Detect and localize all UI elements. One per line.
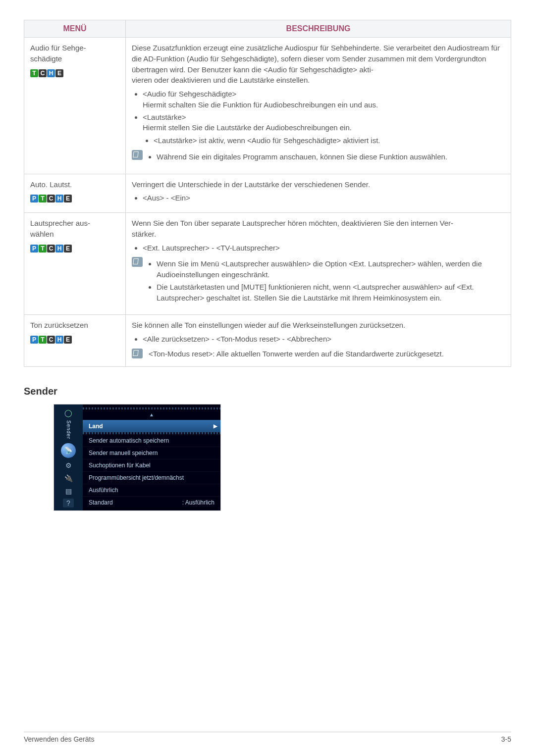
mode-badge-e: E (64, 195, 72, 202)
mode-badge-h: H (55, 245, 63, 252)
bullet-head: <Lautstärke> (143, 113, 186, 121)
mode-badge-e: E (64, 336, 72, 344)
table-row: Lautsprecher aus- wählen PTCHE Wenn Sie … (24, 213, 511, 315)
power-icon: ◯ (62, 407, 75, 418)
th-menu: MENÜ (24, 20, 126, 38)
osd-item-manual-store[interactable]: Sender manuell speichern (83, 447, 220, 459)
menu-desc-paragraph: Verringert die Unterschiede in der Lauts… (132, 179, 505, 190)
mode-badges: TCHE (30, 67, 119, 78)
menu-title: Auto. Lautst. (30, 179, 119, 190)
note-bullet-list: Wenn Sie im Menü <Lautsprecher auswählen… (146, 257, 505, 304)
section-heading-sender: Sender (24, 386, 511, 397)
list-item: Die Lautstärketasten und [MUTE] funktion… (157, 282, 505, 303)
note-icon (132, 349, 143, 358)
input-icon: 🔌 (62, 473, 75, 484)
list-item: <Audio für Sehgeschädigte> Hiermit schal… (143, 89, 505, 110)
osd-item-label: Sender manuell speichern (89, 450, 158, 456)
osd-item-land[interactable]: Land (83, 420, 220, 432)
mode-badge-e: E (64, 245, 72, 252)
mode-badges: PTCHE (30, 193, 119, 203)
osd-scroll-up-indicator: ▲ (83, 409, 220, 420)
mode-badge-p: P (30, 245, 38, 252)
osd-item-detailed[interactable]: Ausführlich (83, 484, 220, 496)
osd-item-auto-store[interactable]: Sender automatisch speichern (83, 434, 220, 447)
osd-item-programme-guide[interactable]: Programmübersicht jetzt/demnächst (83, 471, 220, 484)
mode-badge-t: T (30, 69, 38, 77)
osd-item-label: Standard (89, 499, 113, 506)
bullet-list: <Ext. Lautsprecher> - <TV-Lautsprecher> (132, 243, 505, 253)
mode-badge-c: C (47, 195, 55, 202)
osd-item-label: Suchoptionen für Kabel (89, 462, 151, 469)
list-item: <Alle zurücksetzen> - <Ton-Modus reset> … (143, 334, 505, 345)
bullet-body: Hiermit schalten Sie die Funktion für Au… (143, 101, 378, 109)
footer-left: Verwenden des Geräts (24, 735, 94, 743)
mode-badge-t: T (39, 336, 47, 344)
bullet-list: <Alle zurücksetzen> - <Ton-Modus reset> … (132, 334, 505, 345)
mode-badge-e: E (55, 69, 63, 77)
osd-item-label: Ausführlich (89, 487, 118, 494)
note-callout: Wenn Sie im Menü <Lautsprecher auswählen… (132, 257, 505, 307)
table-row: Audio für Sehge- schädigte TCHE Diese Zu… (24, 38, 511, 174)
note-callout: Während Sie ein digitales Programm ansch… (132, 150, 505, 167)
mode-badges: PTCHE (30, 334, 119, 345)
osd-item-label: Programmübersicht jetzt/demnächst (89, 474, 184, 481)
osd-item-standard[interactable]: Standard : Ausführlich (83, 496, 220, 508)
th-desc: BESCHREIBUNG (126, 20, 511, 38)
help-icon: ? (63, 499, 74, 507)
application-icon: ▤ (62, 486, 75, 497)
bullet-head: <Audio für Sehgeschädigte> (143, 90, 236, 98)
osd-item-value: : Ausführlich (182, 499, 214, 506)
mode-badge-t: T (39, 245, 47, 252)
note-icon (132, 257, 143, 267)
mode-badge-c: C (47, 245, 55, 252)
osd-sidebar-label: Sender (66, 420, 71, 439)
mode-badges: PTCHE (30, 243, 119, 253)
note-text: <Ton-Modus reset>: Alle aktuellen Tonwer… (149, 349, 444, 359)
page-footer: Verwenden des Geräts 3-5 (24, 732, 511, 743)
satellite-dish-icon: 📡 (61, 443, 76, 458)
menu-description-table: MENÜ BESCHREIBUNG Audio für Sehge- schäd… (24, 20, 511, 367)
mode-badge-p: P (30, 336, 38, 344)
bullet-list: <Aus> - <Ein> (132, 193, 505, 203)
note-bullet-list: Während Sie ein digitales Programm ansch… (146, 150, 447, 164)
menu-desc-paragraph: Sie können alle Ton einstellungen wieder… (132, 320, 505, 331)
footer-page-number: 3-5 (501, 735, 511, 743)
mode-badge-h: H (55, 336, 63, 344)
mode-badge-t: T (39, 195, 47, 202)
menu-desc-paragraph: Diese Zusatzfunktion erzeugt eine zusätz… (132, 43, 505, 86)
mode-badge-h: H (47, 69, 55, 77)
note-icon (132, 150, 143, 160)
osd-main-panel: ▲ Land Sender automatisch speichern Send… (83, 404, 220, 510)
menu-desc-paragraph: Wenn Sie den Ton über separate Lautsprec… (132, 218, 505, 240)
bullet-body: Hiermit stellen Sie die Lautstärke der A… (143, 123, 352, 132)
list-item: <Lautstärke> Hiermit stellen Sie die Lau… (143, 112, 505, 146)
osd-item-cable-search[interactable]: Suchoptionen für Kabel (83, 459, 220, 471)
menu-title: Ton zurücksetzen (30, 320, 119, 331)
osd-screenshot: ◯ Sender 📡 ⚙ 🔌 ▤ ? ▲ Land Sender automat… (54, 404, 221, 511)
mode-badge-p: P (30, 195, 38, 202)
osd-item-label: Land (89, 423, 103, 430)
list-item: <Lautstärke> ist aktiv, wenn <Audio für … (154, 135, 505, 146)
mode-badge-c: C (39, 69, 47, 77)
list-item: <Aus> - <Ein> (143, 193, 505, 203)
mode-badge-c: C (47, 336, 55, 344)
menu-title: Lautsprecher aus- wählen (30, 218, 119, 240)
list-item: Wenn Sie im Menü <Lautsprecher auswählen… (157, 258, 505, 280)
mode-badge-h: H (55, 195, 63, 202)
list-item: Während Sie ein digitales Programm ansch… (157, 151, 447, 162)
note-callout: <Ton-Modus reset>: Alle aktuellen Tonwer… (132, 349, 505, 359)
gear-icon: ⚙ (62, 460, 75, 471)
table-row: Ton zurücksetzen PTCHE Sie können alle T… (24, 315, 511, 366)
bullet-list: <Audio für Sehgeschädigte> Hiermit schal… (132, 89, 505, 146)
menu-title: Audio für Sehge- schädigte (30, 43, 119, 64)
osd-sidebar: ◯ Sender 📡 ⚙ 🔌 ▤ ? (54, 404, 83, 510)
osd-item-label: Sender automatisch speichern (89, 437, 169, 444)
table-row: Auto. Lautst. PTCHE Verringert die Unter… (24, 174, 511, 213)
list-item: <Ext. Lautsprecher> - <TV-Lautsprecher> (143, 243, 505, 253)
sub-bullet-list: <Lautstärke> ist aktiv, wenn <Audio für … (143, 135, 505, 146)
